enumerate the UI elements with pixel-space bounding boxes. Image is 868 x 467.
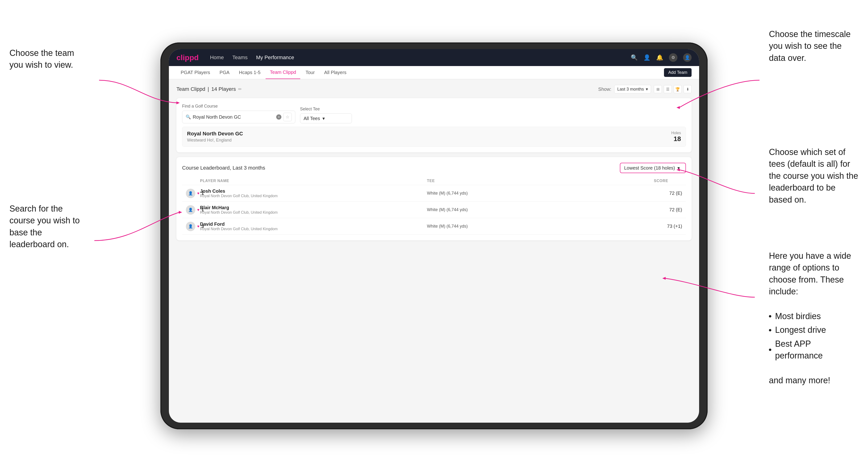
list-item: Best APP performance xyxy=(769,337,859,363)
people-icon[interactable]: 👤 xyxy=(644,54,651,61)
leaderboard-table: PLAYER NAME TEE SCORE 👤 ♥ 1 xyxy=(182,177,686,235)
show-controls: Show: Last 3 months ▾ ⊞ ☰ 🏆 ⬇ xyxy=(598,85,691,93)
leaderboard-header: Course Leaderboard, Last 3 months Lowest… xyxy=(182,163,686,173)
team-name: Team Clippd xyxy=(177,86,205,92)
course-search-input-wrapper[interactable]: 🔍 Royal North Devon GC × ☆ xyxy=(182,111,295,123)
subnav-tabs: PGAT Players PGA Hcaps 1-5 Team Clippd T… xyxy=(177,66,351,79)
download-button[interactable]: ⬇ xyxy=(684,85,691,93)
favorite-button[interactable]: ☆ xyxy=(283,113,292,121)
search-icon-small: 🔍 xyxy=(186,115,191,120)
show-period-select[interactable]: Last 3 months ▾ xyxy=(614,85,651,93)
row3-tee: White (M) (6,744 yds) xyxy=(427,224,654,229)
tab-pgat-players[interactable]: PGAT Players xyxy=(177,66,214,79)
row1-rank: 👤 ♥ 1 xyxy=(186,189,200,198)
subnav: PGAT Players PGA Hcaps 1-5 Team Clippd T… xyxy=(169,66,699,79)
course-result-info: Royal North Devon GC Westward Ho!, Engla… xyxy=(187,131,243,143)
annotation-mid-right: Choose which set of tees (default is all… xyxy=(769,146,859,206)
navbar-right: 🔍 👤 🔔 ⚙ 👤 xyxy=(631,53,691,62)
show-label: Show: xyxy=(598,87,611,92)
tab-all-players[interactable]: All Players xyxy=(320,66,350,79)
tab-team-clippd[interactable]: Team Clippd xyxy=(266,66,300,79)
nav-link-teams[interactable]: Teams xyxy=(232,55,248,61)
row3-score: 73 (+1) xyxy=(654,224,682,229)
holes-number: 18 xyxy=(671,135,681,143)
col-score: SCORE xyxy=(654,179,682,183)
row1-score: 72 (E) xyxy=(654,191,682,196)
row3-player-details: David Ford Royal North Devon Golf Club, … xyxy=(200,221,278,231)
row3-avatar: 👤 xyxy=(186,222,195,231)
list-item: Longest drive xyxy=(769,323,859,337)
navbar-links: Home Teams My Performance xyxy=(210,55,631,61)
list-view-button[interactable]: ☰ xyxy=(664,85,672,93)
row1-tee: White (M) (6,744 yds) xyxy=(427,191,654,196)
edit-team-icon[interactable]: ✏ xyxy=(238,87,242,92)
grid-view-button[interactable]: ⊞ xyxy=(654,85,662,93)
tee-select-value: All Tees xyxy=(304,116,320,121)
row2-player-name: Blair McHarg xyxy=(200,205,278,210)
annotation-top-left: Choose the team you wish to view. xyxy=(9,47,85,71)
table-row: 👤 ♥ 3 David Ford Royal North Devon Golf … xyxy=(182,218,686,235)
row2-player-club: Royal North Devon Golf Club, United King… xyxy=(200,210,278,215)
select-tee-group: Select Tee All Tees ▾ xyxy=(300,106,352,123)
clear-search-button[interactable]: × xyxy=(276,115,281,120)
row1-player-details: Josh Coles Royal North Devon Golf Club, … xyxy=(200,188,278,198)
trophy-view-button[interactable]: 🏆 xyxy=(674,85,682,93)
leaderboard-card: Course Leaderboard, Last 3 months Lowest… xyxy=(177,157,691,240)
row1-heart-icon: ♥ xyxy=(197,191,199,195)
bullet-dot xyxy=(769,329,771,331)
col-tee: TEE xyxy=(427,179,654,183)
tee-chevron-icon: ▾ xyxy=(322,116,325,121)
row1-player-name: Josh Coles xyxy=(200,188,278,194)
brand-logo[interactable]: clippd xyxy=(177,53,198,62)
holes-badge: Holes 18 xyxy=(671,131,681,143)
row2-rank: 👤 ♥ 1 xyxy=(186,205,200,215)
row3-player-name: David Ford xyxy=(200,221,278,227)
course-result-location: Westward Ho!, England xyxy=(187,138,243,143)
tab-tour[interactable]: Tour xyxy=(301,66,319,79)
list-item: Most birdies xyxy=(769,309,859,323)
row2-tee: White (M) (6,744 yds) xyxy=(427,207,654,212)
bullet-dot xyxy=(769,349,771,351)
leaderboard-title-text: Course Leaderboard, xyxy=(182,165,231,171)
show-period-value: Last 3 months xyxy=(617,87,644,92)
nav-link-home[interactable]: Home xyxy=(210,55,224,61)
course-result-name: Royal North Devon GC xyxy=(187,131,243,137)
table-row: 👤 ♥ 1 Blair McHarg Royal North Devon Gol… xyxy=(182,201,686,218)
navbar: clippd Home Teams My Performance 🔍 👤 🔔 ⚙… xyxy=(169,49,699,66)
nav-link-myperformance[interactable]: My Performance xyxy=(256,55,294,61)
leaderboard-period: Last 3 months xyxy=(232,165,265,171)
view-icons: ⊞ ☰ 🏆 ⬇ xyxy=(654,85,691,93)
course-search-card: Find a Golf Course 🔍 Royal North Devon G… xyxy=(177,98,691,152)
row2-heart-icon: ♥ xyxy=(197,208,199,212)
score-chevron-icon: ▾ xyxy=(677,165,680,171)
row1-player-club: Royal North Devon Golf Club, United King… xyxy=(200,194,278,198)
course-result: Royal North Devon GC Westward Ho!, Engla… xyxy=(182,127,686,147)
bullet-list: Most birdies Longest drive Best APP perf… xyxy=(769,309,859,363)
leaderboard-title: Course Leaderboard, Last 3 months xyxy=(182,165,265,171)
chevron-down-icon: ▾ xyxy=(646,87,648,92)
team-title: Team Clippd | 14 Players ✏ xyxy=(177,86,242,92)
score-type-select[interactable]: Lowest Score (18 holes) ▾ xyxy=(620,163,686,173)
search-icon[interactable]: 🔍 xyxy=(631,54,638,61)
add-team-button[interactable]: Add Team xyxy=(664,68,691,77)
table-header: PLAYER NAME TEE SCORE xyxy=(182,177,686,185)
table-row: 👤 ♥ 1 Josh Coles Royal North Devon Golf … xyxy=(182,185,686,201)
course-search-input[interactable]: Royal North Devon GC xyxy=(193,115,274,120)
row1-avatar: 👤 xyxy=(186,189,195,198)
user-avatar[interactable]: 👤 xyxy=(683,53,691,62)
settings-icon[interactable]: ⚙ xyxy=(669,53,677,62)
tee-select-dropdown[interactable]: All Tees ▾ xyxy=(300,114,352,123)
notification-icon[interactable]: 🔔 xyxy=(656,54,663,61)
player-count-separator: | xyxy=(208,86,209,92)
row3-player-club: Royal North Devon Golf Club, United King… xyxy=(200,227,278,231)
tab-hcaps[interactable]: Hcaps 1-5 xyxy=(235,66,265,79)
col-player-name: PLAYER NAME xyxy=(200,179,427,183)
row2-player-info: Blair McHarg Royal North Devon Golf Club… xyxy=(200,205,427,215)
tab-pga[interactable]: PGA xyxy=(215,66,234,79)
player-count: 14 Players xyxy=(211,86,236,92)
ipad-screen: clippd Home Teams My Performance 🔍 👤 🔔 ⚙… xyxy=(169,49,699,423)
find-course-group: Find a Golf Course 🔍 Royal North Devon G… xyxy=(182,104,295,123)
row2-avatar: 👤 xyxy=(186,205,195,215)
score-select-value: Lowest Score (18 holes) xyxy=(624,165,675,171)
main-content: Team Clippd | 14 Players ✏ Show: Last 3 … xyxy=(169,79,699,423)
